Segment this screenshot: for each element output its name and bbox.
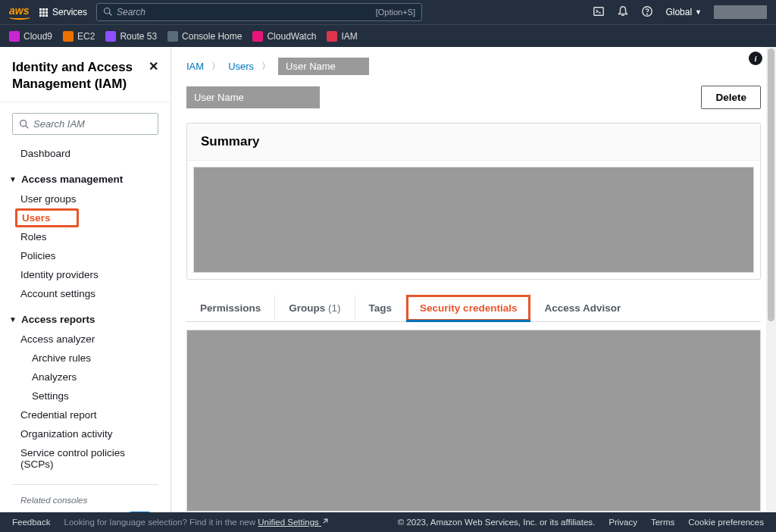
- close-sidebar-icon[interactable]: ✕: [149, 59, 158, 74]
- scrollbar-thumb[interactable]: [768, 49, 774, 321]
- console-home-icon: [167, 31, 178, 42]
- sidebar-scps[interactable]: Service control policies (SCPs): [0, 443, 171, 474]
- sidebar-policies[interactable]: Policies: [0, 246, 171, 265]
- cloudwatch-icon: [252, 31, 263, 42]
- footer-feedback[interactable]: Feedback: [12, 518, 51, 527]
- svg-line-10: [324, 519, 327, 523]
- shortcut-cloudwatch[interactable]: CloudWatch: [252, 31, 316, 42]
- summary-content-placeholder: [193, 167, 754, 273]
- shortcut-consolehome[interactable]: Console Home: [167, 31, 242, 42]
- shortcut-ec2[interactable]: EC2: [63, 31, 95, 42]
- active-tab-indicator: [406, 320, 530, 322]
- cloud9-icon: [9, 31, 20, 42]
- route53-icon: [105, 31, 116, 42]
- chevron-right-icon: 〉: [211, 60, 221, 73]
- footer-unified-settings[interactable]: Unified Settings: [258, 518, 329, 527]
- sidebar-roles[interactable]: Roles: [0, 227, 171, 246]
- svg-line-8: [26, 126, 28, 128]
- sidebar-archive-rules[interactable]: Archive rules: [0, 349, 171, 368]
- summary-panel: Summary: [186, 123, 761, 280]
- caret-down-icon: ▼: [9, 315, 17, 324]
- tab-security-credentials-highlighted[interactable]: Security credentials: [406, 295, 530, 321]
- tab-tags[interactable]: Tags: [355, 295, 407, 321]
- sidebar-user-groups[interactable]: User groups: [0, 189, 171, 208]
- region-selector[interactable]: Global ▼: [665, 7, 702, 17]
- sidebar-access-analyzer[interactable]: Access analyzer: [0, 330, 171, 349]
- sidebar-users-highlighted[interactable]: Users: [15, 208, 79, 227]
- external-link-icon: [321, 518, 329, 525]
- svg-line-1: [109, 13, 111, 15]
- sidebar-settings[interactable]: Settings: [0, 386, 171, 405]
- account-menu[interactable]: [714, 5, 767, 19]
- search-icon: [103, 7, 112, 18]
- page-title: User Name: [186, 86, 320, 108]
- notifications-icon[interactable]: [617, 5, 629, 20]
- shortcut-cloud9[interactable]: Cloud9: [9, 31, 52, 42]
- cloudshell-icon[interactable]: [593, 5, 605, 20]
- help-icon[interactable]: [641, 5, 653, 20]
- footer-copyright: © 2023, Amazon Web Services, Inc. or its…: [398, 518, 596, 527]
- breadcrumb-current: User Name: [278, 58, 369, 75]
- sidebar-search-input[interactable]: Search IAM: [12, 113, 158, 135]
- tab-groups[interactable]: Groups (1): [275, 295, 355, 321]
- service-shortcuts: Cloud9 EC2 Route 53 Console Home CloudWa…: [0, 24, 776, 47]
- breadcrumb: IAM 〉 Users 〉 User Name: [186, 58, 761, 75]
- sidebar: Identity and Access Management (IAM) ✕ S…: [0, 47, 171, 512]
- aws-logo[interactable]: aws: [9, 5, 30, 20]
- sidebar-search-placeholder: Search IAM: [33, 118, 85, 130]
- scrollbar-track[interactable]: [766, 47, 776, 512]
- footer: Feedback Looking for language selection?…: [0, 512, 776, 532]
- shortcut-iam[interactable]: IAM: [327, 31, 357, 42]
- svg-point-0: [105, 8, 111, 14]
- sidebar-section-access-reports[interactable]: ▼Access reports: [0, 309, 171, 330]
- user-tabs: Permissions Groups (1) Tags Security cre…: [186, 295, 761, 322]
- search-placeholder: Search: [117, 7, 371, 17]
- services-label: Services: [52, 7, 87, 17]
- shortcut-route53[interactable]: Route 53: [105, 31, 157, 42]
- footer-cookie[interactable]: Cookie preferences: [688, 518, 764, 527]
- sidebar-identity-providers[interactable]: Identity providers: [0, 265, 171, 284]
- summary-heading: Summary: [187, 124, 760, 161]
- content-area: IAM 〉 Users 〉 User Name User Name Delete…: [171, 47, 776, 512]
- chevron-down-icon: ▼: [695, 8, 702, 16]
- grid-icon: [39, 8, 48, 17]
- sidebar-dashboard[interactable]: Dashboard: [0, 144, 171, 163]
- related-consoles-label: Related consoles: [0, 496, 171, 509]
- iam-icon: [327, 31, 337, 42]
- region-label: Global: [665, 7, 692, 17]
- chevron-right-icon: 〉: [261, 60, 271, 73]
- breadcrumb-users[interactable]: Users: [228, 61, 254, 72]
- info-icon[interactable]: i: [749, 52, 762, 65]
- sidebar-section-access-mgmt[interactable]: ▼Access management: [0, 169, 171, 189]
- sidebar-analyzers[interactable]: Analyzers: [0, 368, 171, 386]
- global-search[interactable]: Search [Option+S]: [96, 3, 422, 21]
- footer-lang-hint: Looking for language selection? Find it …: [64, 518, 329, 527]
- svg-point-7: [20, 120, 27, 127]
- footer-privacy[interactable]: Privacy: [609, 518, 637, 527]
- footer-terms[interactable]: Terms: [651, 518, 674, 527]
- delete-button[interactable]: Delete: [701, 86, 761, 109]
- svg-point-6: [647, 14, 648, 14]
- sidebar-credential-report[interactable]: Credential report: [0, 405, 171, 424]
- sidebar-organization-activity[interactable]: Organization activity: [0, 424, 171, 443]
- caret-down-icon: ▼: [9, 175, 17, 183]
- ec2-icon: [63, 31, 74, 42]
- tab-content-placeholder: [186, 330, 761, 512]
- search-icon: [19, 119, 29, 129]
- top-nav: aws Services Search [Option+S] Global ▼: [0, 0, 776, 24]
- breadcrumb-iam[interactable]: IAM: [186, 61, 204, 72]
- tab-permissions[interactable]: Permissions: [186, 295, 275, 321]
- search-shortcut: [Option+S]: [376, 8, 415, 17]
- services-menu[interactable]: Services: [39, 7, 87, 17]
- tab-access-advisor[interactable]: Access Advisor: [530, 295, 634, 321]
- sidebar-account-settings[interactable]: Account settings: [0, 284, 171, 303]
- sidebar-title: Identity and Access Management (IAM): [12, 59, 149, 92]
